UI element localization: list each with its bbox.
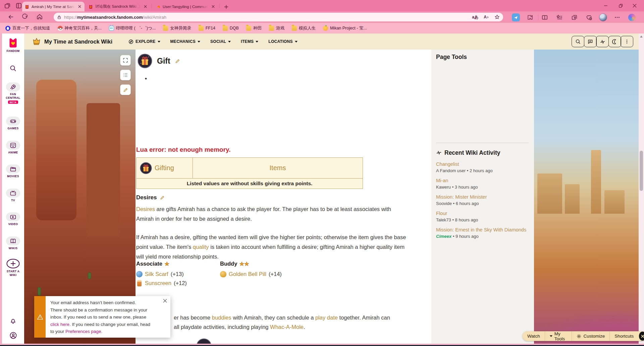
close-toolbar-button[interactable]	[639, 332, 644, 341]
read-aloud-icon[interactable]: A	[484, 15, 489, 19]
inline-link[interactable]: Preferences page.	[65, 329, 102, 334]
my-tools-button[interactable]: My Tools	[545, 331, 572, 341]
restore-button[interactable]	[613, 0, 628, 11]
inline-link[interactable]: click here.	[50, 322, 71, 327]
lock-icon[interactable]	[57, 15, 61, 19]
bookmark-item[interactable]: 游戏	[269, 25, 284, 31]
url-text[interactable]: https://mytimeatsandrock.fandom.com/wiki…	[64, 15, 469, 20]
sidebar-item-wikis[interactable]: WIKIS	[2, 236, 24, 250]
discussions-icon[interactable]	[584, 36, 597, 47]
tab-user-tangyiling[interactable]: User:Tangyiling | Community Cen	[154, 2, 218, 11]
vertical-tabs-icon[interactable]	[15, 2, 22, 9]
inline-link[interactable]: Whac-A-Mole	[270, 324, 304, 330]
more-menu-icon[interactable]	[621, 36, 633, 47]
search-icon[interactable]	[572, 36, 584, 47]
inline-link[interactable]: quality	[193, 244, 209, 250]
settings-menu-icon[interactable]	[613, 13, 621, 21]
tab-amirah[interactable]: Amirah | My Time at Sandrock W	[22, 2, 85, 11]
bookmark-favicon	[199, 26, 204, 31]
bookmark-item[interactable]: Mikan Project - 宝...	[323, 25, 367, 31]
sidebar-item-video[interactable]: VIDEO	[2, 212, 24, 226]
close-tab-icon[interactable]	[77, 4, 82, 9]
nav-items[interactable]: ITEMS	[241, 39, 258, 44]
close-popup-icon[interactable]	[163, 299, 167, 303]
activity-entry-link[interactable]: Flour	[436, 211, 531, 216]
extensions-puzzle-icon[interactable]	[526, 13, 534, 21]
profile-avatar[interactable]	[599, 13, 607, 21]
edit-pencil-button[interactable]	[120, 84, 131, 95]
close-tab-icon[interactable]	[210, 4, 216, 9]
page-scrollbar[interactable]	[639, 33, 644, 346]
activity-entry-link[interactable]: Mi-an	[436, 178, 531, 184]
bookmark-item[interactable]: 哔哩哔哩 ( ゜-゜)つ...	[109, 25, 156, 31]
scrollbar-thumb[interactable]	[640, 151, 643, 191]
activity-time: • 8 hours ago	[452, 217, 478, 222]
sidebar-item-fan-central[interactable]: FAN CENTRAL BETA	[2, 82, 24, 104]
favorite-star-icon[interactable]	[494, 14, 500, 20]
theme-moon-icon[interactable]	[608, 36, 621, 47]
copilot-icon[interactable]	[628, 13, 636, 21]
back-icon[interactable]	[7, 13, 15, 21]
item-link[interactable]: Silk Scarf	[145, 270, 168, 279]
nav-locations[interactable]: LOCATIONS	[268, 39, 297, 44]
text-segment: together. Amirah can	[338, 315, 390, 321]
activity-entry-link[interactable]: Mission: Ernest in the Sky With Diamonds	[436, 227, 531, 233]
account-icon[interactable]	[2, 332, 24, 339]
table-header-gifting[interactable]: Gifting	[155, 164, 174, 172]
floating-tools	[120, 55, 131, 99]
inline-link[interactable]: Desires	[136, 206, 155, 212]
table-of-contents-button[interactable]	[120, 70, 131, 80]
wiki-title[interactable]: My Time at Sandrock Wiki	[44, 39, 112, 45]
close-window-button[interactable]	[627, 0, 642, 11]
edit-section-icon[interactable]	[175, 59, 180, 64]
expand-view-button[interactable]	[120, 55, 131, 66]
workspaces-icon[interactable]	[4, 2, 11, 9]
edit-section-icon[interactable]	[160, 195, 165, 200]
close-tab-icon[interactable]	[143, 4, 148, 9]
inline-link[interactable]: play date	[315, 315, 338, 321]
minimize-button[interactable]	[598, 0, 613, 11]
watch-button[interactable]: Watch	[523, 331, 545, 341]
notifications-bell-icon[interactable]	[2, 317, 24, 324]
fandom-logo[interactable]: FANDOM	[2, 36, 24, 53]
collections-icon[interactable]	[570, 13, 578, 21]
split-screen-icon[interactable]	[541, 13, 549, 21]
new-tab-button[interactable]	[222, 3, 230, 11]
browser-essentials-icon[interactable]	[585, 13, 593, 21]
sidebar-item-anime[interactable]: ANIME	[2, 141, 24, 154]
sidebar-item-movies[interactable]: MOVIES	[2, 164, 24, 178]
nav-explore[interactable]: EXPLORE	[128, 39, 160, 44]
bird-extension-icon[interactable]	[512, 13, 520, 21]
scroll-up-arrow[interactable]	[640, 36, 643, 38]
bookmark-item[interactable]: 百度一下，你就知道	[5, 25, 50, 31]
bookmark-item[interactable]: 神奇宝贝百科，关...	[58, 25, 102, 31]
bookmark-item[interactable]: 模拟人生	[292, 25, 316, 31]
refresh-icon[interactable]	[21, 13, 29, 21]
activity-entry-link[interactable]: Mission: Mister Minister	[436, 194, 531, 200]
bookmark-item[interactable]: 女神异闻录	[163, 25, 191, 31]
nav-social[interactable]: SOCIAL	[210, 39, 231, 44]
sidebar-search[interactable]	[2, 64, 24, 72]
customize-button[interactable]: Customize	[572, 331, 609, 341]
wiki-logo[interactable]	[32, 37, 41, 46]
bookmark-item[interactable]: FF14	[199, 26, 215, 31]
bookmark-item[interactable]: 种田	[246, 25, 262, 31]
sidebar-item-start-a-wiki[interactable]: START A WIKI	[2, 259, 24, 277]
translate-icon[interactable]: aあ	[472, 14, 478, 20]
wiki-page: My Time at Sandrock Wiki EXPLORE MECHANI…	[24, 33, 644, 346]
sidebar-item-games[interactable]: GAMES	[2, 117, 24, 130]
item-link[interactable]: Golden Bell Pill	[229, 270, 266, 279]
tab-discussion[interactable]: 讨论我在 Sandrock Wiki 上度过的	[86, 2, 150, 11]
nav-mechanics[interactable]: MECHANICS	[170, 39, 200, 44]
sidebar-item-tv[interactable]: TV	[2, 189, 24, 202]
activity-entry: Mission: Mister Minister Soovide • 6 hou…	[436, 194, 531, 206]
activity-entry-link[interactable]: Changelist	[436, 161, 531, 167]
item-link[interactable]: Sunscreen	[145, 279, 171, 288]
address-bar[interactable]: https://mytimeatsandrock.fandom.com/wiki…	[54, 13, 503, 21]
favorites-list-icon[interactable]	[555, 13, 564, 21]
activity-icon[interactable]	[596, 36, 609, 47]
home-icon[interactable]	[36, 13, 44, 21]
inline-link[interactable]: buddies	[212, 315, 231, 321]
shortcuts-button[interactable]: Shortcuts	[609, 331, 638, 341]
bookmark-item[interactable]: DQB	[223, 26, 239, 31]
